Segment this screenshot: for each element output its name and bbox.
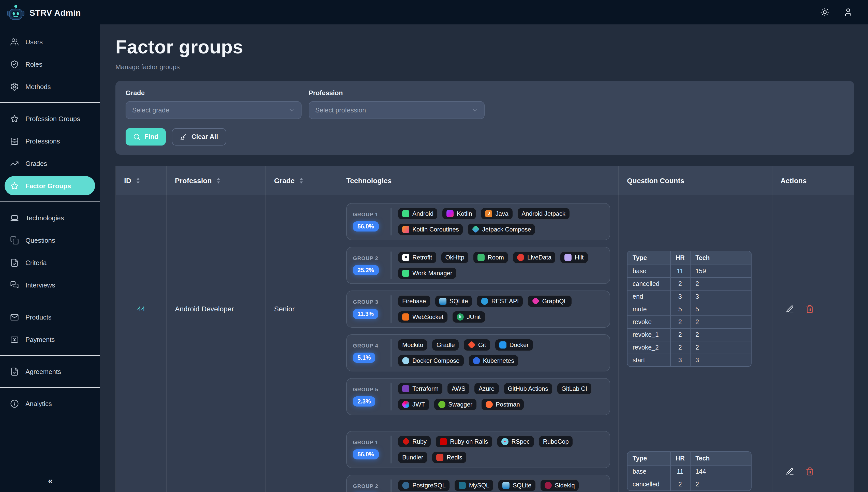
tech-badge-label: GitHub Actions [508, 385, 548, 392]
find-button[interactable]: Find [126, 128, 166, 145]
edit-button[interactable] [786, 304, 794, 313]
tech-group-name: GROUP 1 [353, 439, 378, 445]
column-label: Question Counts [627, 176, 684, 184]
sidebar-item-roles[interactable]: Roles [5, 54, 95, 74]
tech-badge-android-jetpack: Android Jetpack [517, 207, 570, 220]
theme-toggle-button[interactable] [820, 8, 830, 17]
filter-card: Grade Select grade Profession Select pro… [115, 81, 854, 154]
cell-grade [266, 423, 338, 492]
websocket-icon [402, 313, 409, 320]
tech-group-meta: GROUP 45.1% [353, 342, 385, 363]
tech-group-percent-badge: 5.1% [353, 352, 375, 363]
sidebar-item-grades[interactable]: Grades [5, 154, 95, 173]
edit-button[interactable] [786, 467, 794, 475]
tech-group: GROUP 225.2%PostgreSQLMySQLSQLiteSidekiq… [346, 474, 610, 492]
kubernetes-icon [473, 357, 480, 364]
column-label: Actions [781, 176, 807, 184]
cell-actions [772, 195, 854, 422]
tech-badge-label: Kotlin Coroutines [412, 226, 459, 233]
sidebar-item-methods[interactable]: Methods [5, 77, 95, 96]
sidekiq-icon [545, 482, 552, 489]
profession-select[interactable]: Select profession [309, 101, 484, 119]
sidebar-item-payments[interactable]: Payments [5, 330, 95, 349]
grade-value: Senior [274, 305, 295, 313]
table-row: 44Android DeveloperSeniorGROUP 156.0%And… [116, 195, 854, 422]
topbar [100, 0, 868, 24]
tech-badges: FirebaseSQLiteREST APIGraphQLWebSocket5J… [398, 295, 604, 323]
counts-cell: 5 [690, 303, 751, 316]
tech-group-divider [391, 383, 392, 410]
grade-select[interactable]: Select grade [126, 101, 301, 119]
tech-group-meta: GROUP 156.0% [353, 211, 385, 231]
sidebar-item-professions[interactable]: Professions [5, 131, 95, 151]
column-header-actions: Actions [772, 166, 854, 195]
brand: STRV Admin [0, 0, 100, 25]
chevron-down-icon [471, 106, 478, 113]
tech-badge-label: JUnit [467, 313, 481, 320]
tech-badge-label: SQLite [513, 482, 531, 489]
column-header-id[interactable]: ID [116, 166, 167, 195]
tech-badge-sqlite: SQLite [498, 479, 536, 491]
postgresql-icon [402, 482, 409, 489]
question-counts-table: TypeHRTechbase11159cancelled22end33mute5… [627, 251, 752, 367]
cell-question-counts: TypeHRTechbase11144cancelled22 [619, 423, 772, 492]
sidebar-item-criteria[interactable]: Criteria [5, 253, 95, 272]
tech-badge-swagger: Swagger [433, 398, 477, 410]
sun-icon [820, 8, 830, 17]
tech-badge-jwt: JWT [398, 398, 429, 410]
sidebar-item-technologies[interactable]: Technologies [5, 208, 95, 227]
find-button-label: Find [144, 133, 158, 141]
delete-button[interactable] [806, 467, 814, 475]
column-header-profession[interactable]: Profession [167, 166, 266, 195]
tech-badges: TerraformAWSAzureGitHub ActionsGitLab CI… [398, 383, 604, 410]
tech-badges: AndroidKotlinJJavaAndroid JetpackKotlin … [398, 207, 604, 235]
column-header-grade[interactable]: Grade [266, 166, 338, 195]
payment-card-icon [10, 335, 19, 344]
tech-badge-label: Room [488, 254, 504, 261]
sidebar-item-products[interactable]: Products [5, 307, 95, 327]
counts-cell: 3 [670, 290, 690, 303]
tech-badge-rspec: ●RSpec [497, 435, 534, 447]
counts-cell: revoke [628, 316, 670, 328]
info-icon [10, 399, 19, 408]
sidebar-item-agreements[interactable]: Agreements [5, 362, 95, 381]
java-icon: J [485, 210, 493, 217]
user-icon [844, 8, 853, 17]
counts-column-header: HR [670, 251, 690, 265]
sidebar-item-interviews[interactable]: Interviews [5, 275, 95, 295]
sidebar-item-factor-groups[interactable]: Factor Groups [5, 176, 95, 195]
section-divider [0, 355, 100, 355]
tech-badge-work-manager: Work Manager [398, 267, 457, 279]
tech-group-percent-badge: 56.0% [353, 221, 378, 231]
row-id-link[interactable]: 44 [137, 305, 145, 313]
delete-button[interactable] [806, 304, 814, 313]
cell-id: 44 [116, 195, 167, 422]
tech-badge-graphql: GraphQL [527, 295, 572, 307]
tech-badge-label: Ruby on Rails [450, 438, 488, 445]
sidebar-collapse-button[interactable]: « [0, 469, 100, 492]
tech-badge-label: Retrofit [412, 254, 432, 261]
star-icon [10, 114, 19, 123]
file-check-icon [10, 367, 19, 376]
clear-all-button[interactable]: Clear All [172, 128, 226, 145]
counts-cell: 2 [670, 328, 690, 341]
question-counts-table: TypeHRTechbase11144cancelled22 [627, 451, 752, 491]
tech-group-percent-badge: 2.3% [353, 396, 375, 407]
sidebar-item-questions[interactable]: Questions [5, 230, 95, 250]
counts-cell: 2 [670, 277, 690, 290]
tech-badge-label: JWT [412, 401, 425, 408]
jetpack-compose-icon [472, 225, 479, 233]
hilt-icon [565, 254, 572, 261]
user-menu-button[interactable] [844, 8, 853, 17]
counts-row: end33 [628, 290, 751, 303]
counts-cell: mute [628, 303, 670, 316]
tech-badge-label: Android [412, 210, 433, 217]
sidebar-item-analytics[interactable]: Analytics [5, 394, 95, 413]
sidebar-item-profession-groups[interactable]: Profession Groups [5, 109, 95, 128]
tech-group-meta: GROUP 311.3% [353, 299, 385, 319]
tech-badge-label: Firebase [402, 297, 426, 304]
sidebar-item-users[interactable]: Users [5, 32, 95, 51]
counts-cell: 5 [670, 303, 690, 316]
tech-group-meta: GROUP 156.0% [353, 439, 385, 460]
column-label: Profession [175, 176, 212, 184]
